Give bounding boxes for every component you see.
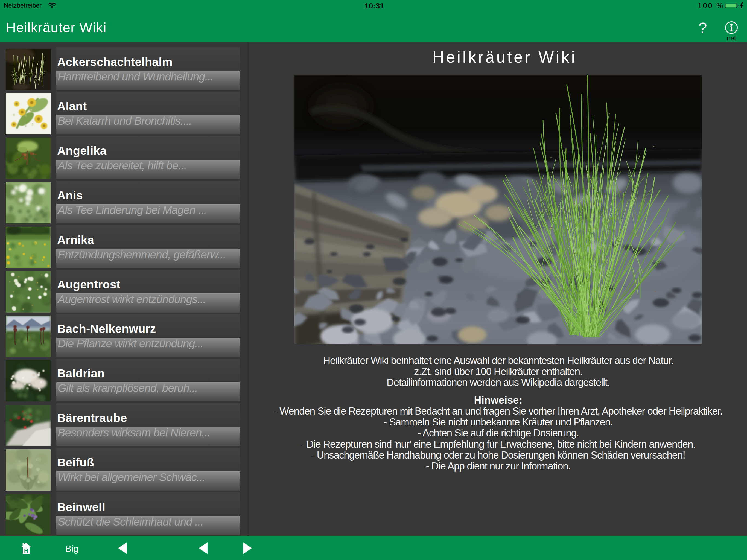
- svg-text:H: H: [24, 548, 28, 554]
